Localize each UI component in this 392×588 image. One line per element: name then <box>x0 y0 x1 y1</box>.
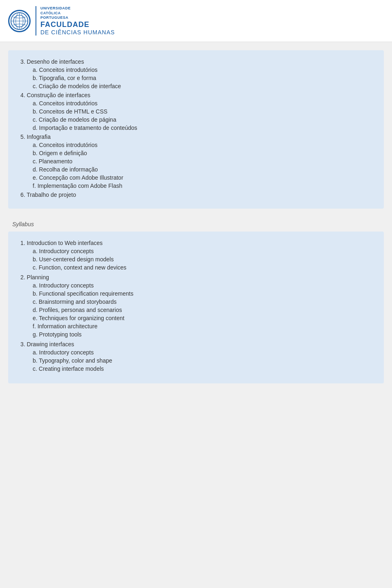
sub-list-item: c. Planeamento <box>33 158 372 165</box>
list-item: 3. Desenho de interfaces a. Conceitos in… <box>20 58 372 89</box>
sub-list-item: a. Conceitos introdutórios <box>33 100 372 107</box>
item-label: 5. Infografia <box>20 134 51 140</box>
sub-list-item: a. Conceitos introdutórios <box>33 67 372 73</box>
portuguese-list: 3. Desenho de interfaces a. Conceitos in… <box>20 58 372 198</box>
university-name-label: FACULDADE <box>40 20 115 29</box>
sub-list-item: d. Recolha de informação <box>33 166 372 173</box>
sub-list-item: e. Techniques for organizing content <box>33 315 372 321</box>
sub-list: a. Introductory concepts b. User-centere… <box>20 248 372 271</box>
university-small-label: UNIVERSIDADECATÓLICAPORTUGUESA <box>40 6 115 20</box>
item-label: 3. Desenho de interfaces <box>20 58 84 65</box>
item-label: 4. Construção de interfaces <box>20 92 90 98</box>
sub-list-item: f. Implementação com Adobe Flash <box>33 183 372 189</box>
sub-list-item: c. Brainstorming and storyboards <box>33 298 372 305</box>
sub-list-item: c. Function, context and new devices <box>33 264 372 271</box>
list-item: 1. Introduction to Web interfaces a. Int… <box>20 240 372 271</box>
sub-list-item: g. Prototyping tools <box>33 331 372 338</box>
sub-list: a. Conceitos introdutórios b. Tipografia… <box>20 67 372 89</box>
header: UNIVERSIDADECATÓLICAPORTUGUESA FACULDADE… <box>0 0 392 42</box>
sub-list-item: b. Tipografia, cor e forma <box>33 75 372 81</box>
sub-list-item: a. Introductory concepts <box>33 248 372 254</box>
sub-list-item: d. Profiles, personas and scenarios <box>33 307 372 313</box>
portuguese-section-box: 3. Desenho de interfaces a. Conceitos in… <box>8 50 384 209</box>
list-item: 6. Trabalho de projeto <box>20 192 372 198</box>
item-label: 6. Trabalho de projeto <box>20 192 76 198</box>
university-sub-label: DE CIÊNCIAS HUMANAS <box>40 29 115 36</box>
sub-list-item: a. Introductory concepts <box>33 282 372 289</box>
sub-list-item: b. Conceitos de HTML e CSS <box>33 108 372 115</box>
sub-list-item: b. Typography, color and shape <box>33 357 372 364</box>
sub-list: a. Conceitos introdutórios b. Conceitos … <box>20 100 372 131</box>
item-label: 1. Introduction to Web interfaces <box>20 240 102 246</box>
sub-list-item: b. Origem e definição <box>33 150 372 156</box>
main-content: 3. Desenho de interfaces a. Conceitos in… <box>0 50 392 383</box>
sub-list-item: a. Conceitos introdutórios <box>33 142 372 148</box>
sub-list-item: e. Concepção com Adobe Illustrator <box>33 174 372 181</box>
logo-circle <box>8 10 31 32</box>
list-item: 3. Drawing interfaces a. Introductory co… <box>20 341 372 372</box>
sub-list-item: f. Information architecture <box>33 323 372 330</box>
sub-list: a. Conceitos introdutórios b. Origem e d… <box>20 142 372 189</box>
english-list: 1. Introduction to Web interfaces a. Int… <box>20 240 372 372</box>
sub-list: a. Introductory concepts b. Typography, … <box>20 349 372 372</box>
sub-list-item: c. Criação de modelos de página <box>33 116 372 123</box>
sub-list-item: c. Creating interface models <box>33 365 372 372</box>
item-label: 3. Drawing interfaces <box>20 341 74 347</box>
university-text: UNIVERSIDADECATÓLICAPORTUGUESA FACULDADE… <box>36 6 115 36</box>
list-item: 4. Construção de interfaces a. Conceitos… <box>20 92 372 131</box>
syllabus-label: Syllabus <box>8 221 384 227</box>
list-item: 5. Infografia a. Conceitos introdutórios… <box>20 134 372 189</box>
sub-list-item: b. Functional specification requirements <box>33 290 372 297</box>
english-section-box: 1. Introduction to Web interfaces a. Int… <box>8 232 384 383</box>
item-label: 2. Planning <box>20 274 49 281</box>
sub-list-item: d. Importação e tratamento de conteúdos <box>33 125 372 131</box>
sub-list: a. Introductory concepts b. Functional s… <box>20 282 372 338</box>
sub-list-item: c. Criação de modelos de interface <box>33 83 372 89</box>
list-item: 2. Planning a. Introductory concepts b. … <box>20 274 372 338</box>
sub-list-item: b. User-centered design models <box>33 256 372 263</box>
sub-list-item: a. Introductory concepts <box>33 349 372 356</box>
